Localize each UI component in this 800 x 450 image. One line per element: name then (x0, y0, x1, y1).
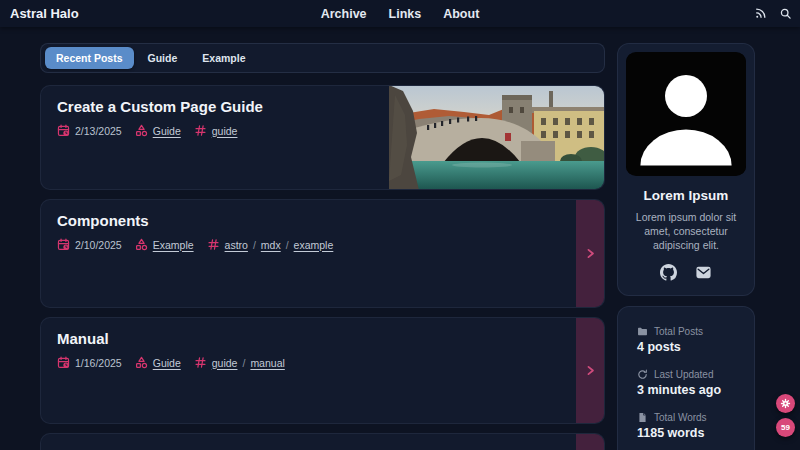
post-meta: 1/16/2025 Guide (57, 356, 588, 369)
sidebar: Lorem Ipsum Lorem ipsum dolor sit amet, … (617, 43, 755, 450)
stat-total-words: Total Words 1185 words (637, 412, 744, 440)
person-silhouette-icon (626, 52, 746, 176)
nav-links: Archive Links About (321, 0, 480, 27)
tag-separator (253, 239, 256, 251)
nav-link-links[interactable]: Links (389, 7, 422, 21)
settings-button[interactable] (776, 394, 795, 413)
navbar-actions (753, 7, 792, 21)
post-meta: 2/10/2025 Example (57, 238, 588, 251)
post-list-column: Recent Posts Guide Example Create a Cust… (40, 43, 605, 450)
gear-icon (780, 398, 791, 409)
github-icon[interactable] (660, 264, 677, 281)
tag-list: astro mdx example (225, 239, 334, 251)
nav-link-about[interactable]: About (443, 7, 479, 21)
tab-recent-posts[interactable]: Recent Posts (45, 47, 134, 69)
post-date-group: 2/10/2025 (57, 238, 122, 251)
profile-bio: Lorem ipsum dolor sit amet, consectetur … (626, 210, 746, 253)
post-thumbnail (389, 86, 604, 189)
tab-example[interactable]: Example (191, 47, 256, 69)
post-open-strip[interactable] (576, 318, 604, 423)
tag-separator (286, 239, 289, 251)
file-icon (637, 412, 648, 423)
post-category-group: Example (135, 238, 194, 251)
category-icon (135, 124, 148, 137)
tag-separator (242, 357, 245, 369)
hash-icon (207, 238, 220, 251)
mail-icon[interactable] (695, 264, 712, 281)
post-date: 2/10/2025 (75, 239, 122, 251)
tab-guide[interactable]: Guide (137, 47, 189, 69)
refresh-icon (637, 369, 648, 380)
post-date: 2/13/2025 (75, 125, 122, 137)
post-body: Components 2/10/2025 (41, 200, 604, 263)
post-body: Manual 1/16/2025 (41, 318, 604, 381)
chevron-right-icon (584, 247, 597, 260)
site-title[interactable]: Astral Halo (10, 6, 79, 21)
navbar: Astral Halo Archive Links About (0, 0, 800, 27)
scroll-percent-badge[interactable]: 59 (776, 418, 795, 437)
post-tags-group: guide manual (194, 356, 285, 369)
post-category-link[interactable]: Guide (153, 357, 181, 369)
post-card[interactable]: Components 2/10/2025 (40, 199, 605, 308)
post-open-strip[interactable] (576, 434, 604, 450)
profile-social-links (626, 264, 746, 281)
folder-icon (637, 326, 648, 337)
tag-link[interactable]: manual (250, 357, 284, 369)
category-icon (135, 238, 148, 251)
main-layout: Recent Posts Guide Example Create a Cust… (0, 27, 800, 450)
post-title[interactable]: Manual (57, 330, 588, 347)
post-card[interactable]: Create a Custom Page Guide 2/13/2025 (40, 85, 605, 190)
post-date: 1/16/2025 (75, 357, 122, 369)
tag-link[interactable]: astro (225, 239, 248, 251)
tag-link[interactable]: example (294, 239, 334, 251)
hash-icon (194, 356, 207, 369)
post-date-group: 2/13/2025 (57, 124, 122, 137)
avatar (626, 52, 746, 176)
post-category-link[interactable]: Guide (153, 125, 181, 137)
post-card-partial[interactable] (40, 433, 605, 450)
profile-card: Lorem Ipsum Lorem ipsum dolor sit amet, … (617, 43, 755, 296)
post-title[interactable]: Components (57, 212, 588, 229)
tag-list: guide manual (212, 357, 285, 369)
floating-buttons: 59 (776, 394, 795, 437)
post-open-strip[interactable] (576, 200, 604, 307)
tag-link[interactable]: guide (212, 357, 238, 369)
tag-list: guide (212, 125, 238, 137)
site-stats-card: Total Posts 4 posts Last Updated 3 minut… (617, 306, 755, 450)
chevron-right-icon (584, 364, 597, 377)
post-date-group: 1/16/2025 (57, 356, 122, 369)
calendar-clock-icon (57, 124, 70, 137)
calendar-clock-icon (57, 238, 70, 251)
profile-name: Lorem Ipsum (626, 188, 746, 203)
post-category-group: Guide (135, 124, 181, 137)
calendar-clock-icon (57, 356, 70, 369)
stat-total-posts: Total Posts 4 posts (637, 326, 744, 354)
nav-link-archive[interactable]: Archive (321, 7, 367, 21)
tag-link[interactable]: guide (212, 125, 238, 137)
category-icon (135, 356, 148, 369)
post-card[interactable]: Manual 1/16/2025 (40, 317, 605, 424)
hash-icon (194, 124, 207, 137)
post-tags-group: astro mdx example (207, 238, 334, 251)
post-category-group: Guide (135, 356, 181, 369)
rss-icon[interactable] (753, 7, 767, 21)
post-tags-group: guide (194, 124, 238, 137)
tag-link[interactable]: mdx (261, 239, 281, 251)
search-icon[interactable] (778, 7, 792, 21)
post-category-link[interactable]: Example (153, 239, 194, 251)
stat-last-updated: Last Updated 3 minutes ago (637, 369, 744, 397)
category-tabbar: Recent Posts Guide Example (40, 43, 605, 73)
